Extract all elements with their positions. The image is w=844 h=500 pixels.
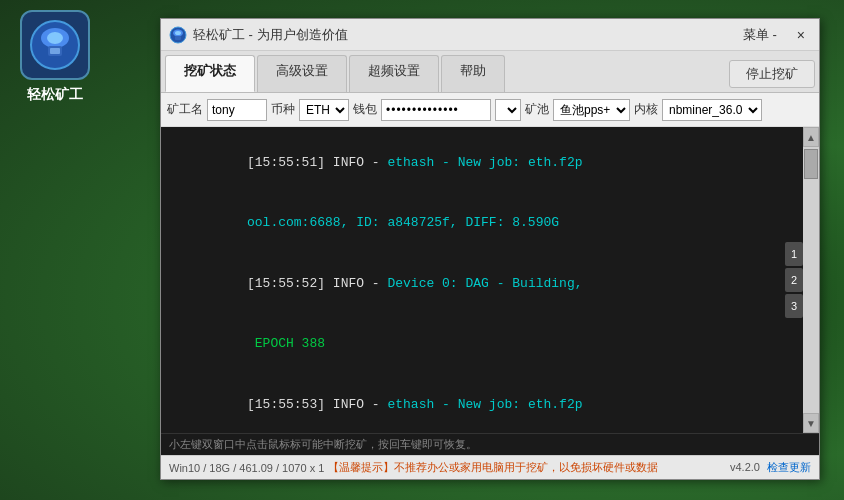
menu-button[interactable]: 菜单 - [737, 24, 783, 46]
svg-point-7 [175, 31, 181, 35]
term-timestamp-5: [15:55:53] INFO - [247, 397, 387, 412]
title-bar-right: 菜单 - × [737, 24, 811, 46]
title-bar: 轻松矿工 - 为用户创造价值 菜单 - × [161, 19, 819, 51]
tab-help[interactable]: 帮助 [441, 55, 505, 92]
term-msg-2: ool.com:6688, ID: a848725f, DIFF: 8.590G [247, 215, 559, 230]
config-bar: 矿工名 币种 ETH 钱包 矿池 鱼池pps+ 内核 nbminer_36.0 [161, 93, 819, 127]
nav-bar: 挖矿状态 高级设置 超频设置 帮助 停止挖矿 [161, 51, 819, 93]
stop-mining-button[interactable]: 停止挖矿 [729, 60, 815, 88]
term-timestamp-3: [15:55:52] INFO - [247, 276, 387, 291]
status-left: Win10 / 18G / 461.09 / 1070 x 1 【温馨提示】不推… [169, 460, 658, 475]
tab-mining-status[interactable]: 挖矿状态 [165, 55, 255, 92]
term-timestamp-1: [15:55:51] INFO - [247, 155, 387, 170]
wallet-select[interactable] [495, 99, 521, 121]
app-title-icon [169, 26, 187, 44]
term-epoch: EPOCH 388 [247, 336, 325, 351]
term-line-5: [15:55:53] INFO - ethash - New job: eth.… [169, 375, 799, 433]
side-button-2[interactable]: 2 [785, 268, 803, 292]
miner-name-label: 矿工名 [167, 101, 203, 118]
term-line-3: [15:55:52] INFO - Device 0: DAG - Buildi… [169, 254, 799, 313]
term-line-2: ool.com:6688, ID: a848725f, DIFF: 8.590G [169, 194, 799, 253]
term-msg-5: ethash - New job: eth.f2p [387, 397, 582, 412]
term-line-1: [15:55:51] INFO - ethash - New job: eth.… [169, 133, 799, 192]
update-label[interactable]: 检查更新 [767, 461, 811, 473]
wallet-label: 钱包 [353, 101, 377, 118]
scroll-thumb[interactable] [804, 149, 818, 179]
miner-name-input[interactable] [207, 99, 267, 121]
title-bar-left: 轻松矿工 - 为用户创造价值 [169, 26, 348, 44]
coin-label: 币种 [271, 101, 295, 118]
status-warning: 【温馨提示】不推荐办公或家用电脑用于挖矿，以免损坏硬件或数据 [328, 460, 658, 475]
svg-point-2 [47, 32, 63, 44]
term-msg-1: ethash - New job: eth.f2p [387, 155, 582, 170]
term-line-4: EPOCH 388 [169, 315, 799, 374]
core-select[interactable]: nbminer_36.0 [662, 99, 762, 121]
wallet-input[interactable] [381, 99, 491, 121]
status-bar: Win10 / 18G / 461.09 / 1070 x 1 【温馨提示】不推… [161, 455, 819, 479]
pool-label: 矿池 [525, 101, 549, 118]
core-label: 内核 [634, 101, 658, 118]
status-right: v4.2.0 检查更新 [730, 460, 811, 475]
svg-rect-8 [175, 36, 181, 40]
svg-rect-4 [50, 48, 60, 54]
system-info: Win10 / 18G / 461.09 / 1070 x 1 [169, 462, 324, 474]
hint-bar: 小左键双窗口中点击鼠标标可能中断挖矿，按回车键即可恢复。 [161, 433, 819, 455]
terminal-scrollbar[interactable]: ▲ ▼ [803, 127, 819, 433]
scroll-down-button[interactable]: ▼ [803, 413, 819, 433]
terminal-content: [15:55:51] INFO - ethash - New job: eth.… [169, 133, 799, 433]
tab-advanced-settings[interactable]: 高级设置 [257, 55, 347, 92]
hint-text: 小左键双窗口中点击鼠标标可能中断挖矿，按回车键即可恢复。 [169, 438, 477, 450]
window-title: 轻松矿工 - 为用户创造价值 [193, 26, 348, 44]
main-window: 轻松矿工 - 为用户创造价值 菜单 - × 挖矿状态 高级设置 超频设置 帮助 … [160, 18, 820, 480]
version-label: v4.2.0 [730, 461, 760, 473]
app-icon[interactable] [20, 10, 90, 80]
scroll-up-button[interactable]: ▲ [803, 127, 819, 147]
pool-select[interactable]: 鱼池pps+ [553, 99, 630, 121]
term-msg-3: Device 0: DAG - Building, [387, 276, 582, 291]
app-icon-container: 轻松矿工 [10, 10, 100, 104]
side-button-3[interactable]: 3 [785, 294, 803, 318]
tab-overclock-settings[interactable]: 超频设置 [349, 55, 439, 92]
side-button-1[interactable]: 1 [785, 242, 803, 266]
app-icon-label: 轻松矿工 [27, 86, 83, 104]
coin-select[interactable]: ETH [299, 99, 349, 121]
terminal-area[interactable]: [15:55:51] INFO - ethash - New job: eth.… [161, 127, 819, 433]
close-button[interactable]: × [791, 25, 811, 45]
